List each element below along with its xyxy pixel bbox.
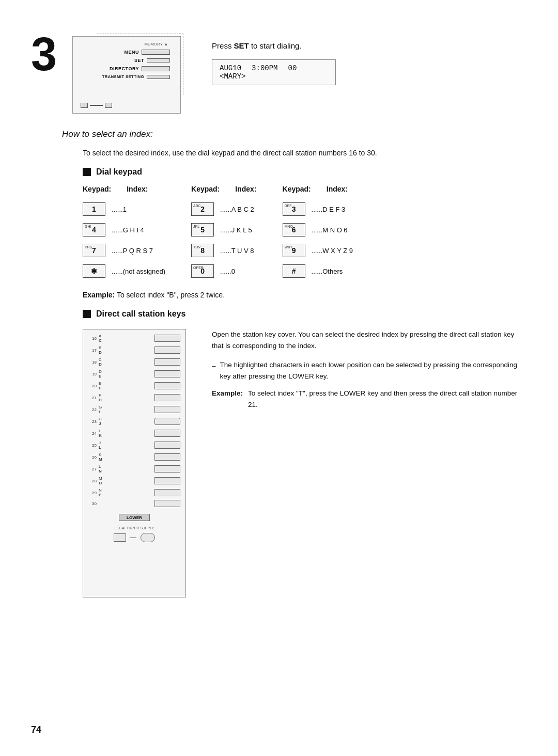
- key-7: PRS 7: [83, 244, 105, 257]
- station-btn-17[interactable]: [154, 346, 180, 354]
- display-line1: AUG10 3:00PM 00: [220, 64, 328, 72]
- station-row-20: 20 E F: [88, 381, 180, 390]
- legal-btn-oval[interactable]: [141, 533, 155, 542]
- station-btn-30[interactable]: [154, 500, 180, 507]
- keypad-row-8: TUV 8 ......T U V 8: [191, 244, 256, 257]
- directory-btn[interactable]: [142, 66, 170, 71]
- index-0: ......0: [220, 267, 235, 275]
- legal-btn-left[interactable]: [114, 533, 126, 542]
- example-body: To select index "B", press 2 twice.: [117, 291, 225, 299]
- keypad-col-2: Keypad: Index: ABC 2 ......A B C 2 JKL 5: [191, 185, 256, 278]
- lower-btn[interactable]: LOWER: [119, 514, 150, 521]
- key-8: TUV 8: [191, 244, 214, 257]
- bullet-1-text: The highlighted characters in each lower…: [220, 359, 527, 382]
- station-btn-20[interactable]: [154, 382, 180, 389]
- keypad-col-1: Keypad: Index: 1 ......1 GHI 4 .....: [83, 185, 165, 278]
- station-row-19: 19 D E: [88, 369, 180, 379]
- index-8: ......T U V 8: [220, 247, 254, 255]
- index-instruction: To select the desired index, use the dia…: [83, 149, 527, 157]
- display-box: AUG10 3:00PM 00 <MARY>: [212, 59, 336, 85]
- device-row-directory: DIRECTORY: [83, 66, 170, 71]
- dial-keypad-header: Dial keypad: [83, 167, 527, 177]
- device-row-transmit: TRANSMIT SETTING: [83, 74, 170, 79]
- legal-paper-label: LEGAL PAPER SUPPLY: [115, 526, 154, 530]
- station-btn-26[interactable]: [154, 453, 180, 461]
- index-2: ......A B C 2: [220, 206, 254, 213]
- directory-label: DIRECTORY: [110, 66, 139, 71]
- key-4: GHI 4: [83, 223, 105, 237]
- index-7: ......P Q R S 7: [112, 247, 153, 255]
- example-station-text: To select index "T", press the LOWER key…: [248, 388, 527, 410]
- keypad-grid: Keypad: Index: 1 ......1 GHI 4 .....: [83, 185, 527, 278]
- key-2: ABC 2: [191, 202, 214, 216]
- keypad-row-5: JKL 5 ......J K L 5: [191, 223, 256, 237]
- key-5: JKL 5: [191, 223, 214, 237]
- direct-call-title: Direct call station keys: [96, 309, 185, 319]
- station-row-29: 29 N P: [88, 488, 180, 497]
- set-bold: SET: [234, 41, 249, 50]
- bullet-square-dial: [83, 168, 91, 176]
- kh-index-2: Index:: [235, 185, 256, 193]
- station-row-26: 26 K M: [88, 452, 180, 462]
- station-btn-18[interactable]: [154, 358, 180, 366]
- how-to-section: How to select an index: To select the de…: [62, 129, 527, 597]
- display-num: 00: [288, 64, 297, 72]
- station-row-21: 21 F H: [88, 393, 180, 402]
- device-line: [90, 105, 103, 106]
- station-btn-24[interactable]: [154, 430, 180, 437]
- key-6: MNO 6: [283, 223, 305, 237]
- keypad-row-4: GHI 4 ......G H I 4: [83, 223, 165, 237]
- index-6: ......M N O 6: [312, 226, 348, 234]
- station-row-25: 25 J L: [88, 440, 180, 450]
- station-btn-22[interactable]: [154, 406, 180, 413]
- device-diagram: MEMORY ▲ MENU SET DIRECTORY TRANSMIT SET…: [72, 36, 181, 114]
- station-btn-25[interactable]: [154, 442, 180, 449]
- menu-btn[interactable]: [142, 50, 170, 55]
- kh-index-3: Index:: [327, 185, 348, 193]
- device-row-menu: MENU: [83, 50, 170, 55]
- station-btn-28[interactable]: [154, 477, 180, 484]
- device-row-memory: MEMORY ▲: [83, 42, 170, 46]
- step-number: 3: [31, 31, 57, 77]
- display-date: AUG10: [220, 64, 241, 72]
- keypad-row-6: MNO 6 ......M N O 6: [283, 223, 353, 237]
- station-btn-19[interactable]: [154, 370, 180, 377]
- station-btn-29[interactable]: [154, 489, 180, 496]
- station-btn-27[interactable]: [154, 465, 180, 472]
- station-btn-21[interactable]: [154, 394, 180, 401]
- page-number: 74: [31, 724, 41, 735]
- keypad-col-3: Keypad: Index: DEF 3 ......D E F 3 MNO 6: [283, 185, 353, 278]
- kh-keypad-2: Keypad:: [191, 185, 220, 193]
- example-station-block: Example: To select index "T", press the …: [212, 388, 527, 410]
- set-btn[interactable]: [147, 58, 170, 62]
- kh-keypad-3: Keypad:: [283, 185, 311, 193]
- index-hash: ......Others: [312, 267, 343, 275]
- display-line2: <MARY>: [220, 72, 328, 81]
- example-station-label: Example:: [212, 388, 243, 410]
- set-label: SET: [134, 58, 144, 63]
- bullet-square-direct: [83, 310, 91, 318]
- key-star: ✱: [83, 264, 105, 278]
- station-row-18: 18 C D: [88, 357, 180, 367]
- device-row-set: SET: [83, 58, 170, 63]
- direct-call-header: Direct call station keys: [83, 309, 527, 319]
- keypad-row-0: OPER 0 ......0: [191, 264, 256, 278]
- menu-label: MENU: [125, 50, 140, 55]
- keypad-header-col2: Keypad: Index:: [191, 185, 256, 193]
- instruction-body: To select the desired index, use the dia…: [83, 149, 527, 597]
- index-4: ......G H I 4: [112, 226, 144, 234]
- station-btn-16[interactable]: [154, 335, 180, 342]
- station-btn-23[interactable]: [154, 418, 180, 425]
- keypad-row-3: DEF 3 ......D E F 3: [283, 202, 353, 216]
- key-3: DEF 3: [283, 202, 305, 216]
- key-hash: #: [283, 264, 305, 278]
- kh-index-1: Index:: [127, 185, 148, 193]
- device-small-rect2: [105, 103, 112, 108]
- transmit-btn[interactable]: [147, 75, 170, 79]
- example-label: Example:: [83, 291, 115, 299]
- keypad-header-col1: Keypad: Index:: [83, 185, 165, 193]
- key-9: WXY 9: [283, 244, 305, 257]
- station-row-16: 16 A C: [88, 334, 180, 343]
- station-row-17: 17 B D: [88, 345, 180, 355]
- device-bottom: [81, 103, 112, 108]
